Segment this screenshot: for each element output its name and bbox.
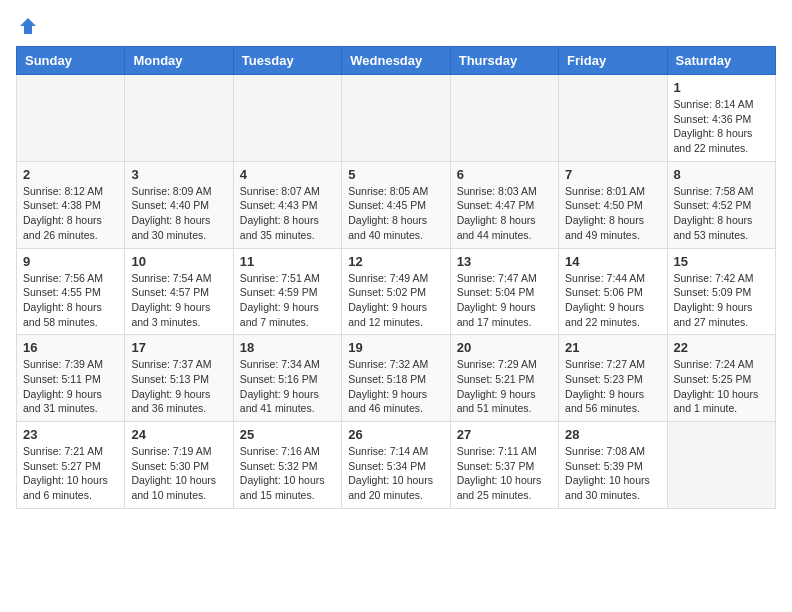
day-info: Sunrise: 7:24 AM Sunset: 5:25 PM Dayligh… (674, 357, 769, 416)
day-info: Sunrise: 7:27 AM Sunset: 5:23 PM Dayligh… (565, 357, 660, 416)
day-info: Sunrise: 8:14 AM Sunset: 4:36 PM Dayligh… (674, 97, 769, 156)
day-info: Sunrise: 7:32 AM Sunset: 5:18 PM Dayligh… (348, 357, 443, 416)
calendar-day-cell: 10Sunrise: 7:54 AM Sunset: 4:57 PM Dayli… (125, 248, 233, 335)
calendar-day-cell (450, 75, 558, 162)
calendar-day-cell: 20Sunrise: 7:29 AM Sunset: 5:21 PM Dayli… (450, 335, 558, 422)
day-info: Sunrise: 8:03 AM Sunset: 4:47 PM Dayligh… (457, 184, 552, 243)
day-info: Sunrise: 8:05 AM Sunset: 4:45 PM Dayligh… (348, 184, 443, 243)
calendar-day-cell: 18Sunrise: 7:34 AM Sunset: 5:16 PM Dayli… (233, 335, 341, 422)
day-number: 5 (348, 167, 443, 182)
calendar-day-cell: 23Sunrise: 7:21 AM Sunset: 5:27 PM Dayli… (17, 422, 125, 509)
calendar-day-cell: 27Sunrise: 7:11 AM Sunset: 5:37 PM Dayli… (450, 422, 558, 509)
calendar-week-row: 9Sunrise: 7:56 AM Sunset: 4:55 PM Daylig… (17, 248, 776, 335)
day-info: Sunrise: 7:42 AM Sunset: 5:09 PM Dayligh… (674, 271, 769, 330)
day-info: Sunrise: 8:12 AM Sunset: 4:38 PM Dayligh… (23, 184, 118, 243)
day-number: 23 (23, 427, 118, 442)
day-number: 8 (674, 167, 769, 182)
calendar-table: SundayMondayTuesdayWednesdayThursdayFrid… (16, 46, 776, 509)
day-info: Sunrise: 8:01 AM Sunset: 4:50 PM Dayligh… (565, 184, 660, 243)
day-number: 22 (674, 340, 769, 355)
calendar-day-cell: 14Sunrise: 7:44 AM Sunset: 5:06 PM Dayli… (559, 248, 667, 335)
calendar-day-cell: 17Sunrise: 7:37 AM Sunset: 5:13 PM Dayli… (125, 335, 233, 422)
day-number: 2 (23, 167, 118, 182)
calendar-body: 1Sunrise: 8:14 AM Sunset: 4:36 PM Daylig… (17, 75, 776, 509)
day-number: 13 (457, 254, 552, 269)
day-info: Sunrise: 7:39 AM Sunset: 5:11 PM Dayligh… (23, 357, 118, 416)
day-of-week-header: Sunday (17, 47, 125, 75)
calendar-day-cell: 9Sunrise: 7:56 AM Sunset: 4:55 PM Daylig… (17, 248, 125, 335)
day-of-week-header: Monday (125, 47, 233, 75)
day-info: Sunrise: 7:47 AM Sunset: 5:04 PM Dayligh… (457, 271, 552, 330)
calendar-day-cell: 2Sunrise: 8:12 AM Sunset: 4:38 PM Daylig… (17, 161, 125, 248)
day-number: 14 (565, 254, 660, 269)
calendar-day-cell: 3Sunrise: 8:09 AM Sunset: 4:40 PM Daylig… (125, 161, 233, 248)
calendar-week-row: 16Sunrise: 7:39 AM Sunset: 5:11 PM Dayli… (17, 335, 776, 422)
calendar-day-cell: 15Sunrise: 7:42 AM Sunset: 5:09 PM Dayli… (667, 248, 775, 335)
day-number: 25 (240, 427, 335, 442)
calendar-day-cell: 7Sunrise: 8:01 AM Sunset: 4:50 PM Daylig… (559, 161, 667, 248)
calendar-day-cell: 24Sunrise: 7:19 AM Sunset: 5:30 PM Dayli… (125, 422, 233, 509)
calendar-day-cell: 19Sunrise: 7:32 AM Sunset: 5:18 PM Dayli… (342, 335, 450, 422)
calendar-day-cell: 1Sunrise: 8:14 AM Sunset: 4:36 PM Daylig… (667, 75, 775, 162)
day-number: 21 (565, 340, 660, 355)
logo (16, 16, 38, 36)
day-number: 19 (348, 340, 443, 355)
day-of-week-header: Thursday (450, 47, 558, 75)
day-number: 20 (457, 340, 552, 355)
calendar-day-cell: 5Sunrise: 8:05 AM Sunset: 4:45 PM Daylig… (342, 161, 450, 248)
day-of-week-header: Friday (559, 47, 667, 75)
day-info: Sunrise: 7:56 AM Sunset: 4:55 PM Dayligh… (23, 271, 118, 330)
day-info: Sunrise: 7:44 AM Sunset: 5:06 PM Dayligh… (565, 271, 660, 330)
day-of-week-header: Saturday (667, 47, 775, 75)
day-number: 4 (240, 167, 335, 182)
day-number: 11 (240, 254, 335, 269)
calendar-day-cell: 22Sunrise: 7:24 AM Sunset: 5:25 PM Dayli… (667, 335, 775, 422)
calendar-day-cell: 6Sunrise: 8:03 AM Sunset: 4:47 PM Daylig… (450, 161, 558, 248)
day-number: 24 (131, 427, 226, 442)
page-header (16, 16, 776, 36)
day-info: Sunrise: 7:34 AM Sunset: 5:16 PM Dayligh… (240, 357, 335, 416)
day-info: Sunrise: 7:11 AM Sunset: 5:37 PM Dayligh… (457, 444, 552, 503)
calendar-header-row: SundayMondayTuesdayWednesdayThursdayFrid… (17, 47, 776, 75)
calendar-week-row: 23Sunrise: 7:21 AM Sunset: 5:27 PM Dayli… (17, 422, 776, 509)
calendar-day-cell (233, 75, 341, 162)
day-info: Sunrise: 7:29 AM Sunset: 5:21 PM Dayligh… (457, 357, 552, 416)
day-number: 26 (348, 427, 443, 442)
calendar-day-cell: 11Sunrise: 7:51 AM Sunset: 4:59 PM Dayli… (233, 248, 341, 335)
calendar-day-cell: 13Sunrise: 7:47 AM Sunset: 5:04 PM Dayli… (450, 248, 558, 335)
day-info: Sunrise: 7:51 AM Sunset: 4:59 PM Dayligh… (240, 271, 335, 330)
calendar-day-cell: 26Sunrise: 7:14 AM Sunset: 5:34 PM Dayli… (342, 422, 450, 509)
day-info: Sunrise: 7:37 AM Sunset: 5:13 PM Dayligh… (131, 357, 226, 416)
day-number: 15 (674, 254, 769, 269)
day-number: 18 (240, 340, 335, 355)
calendar-week-row: 2Sunrise: 8:12 AM Sunset: 4:38 PM Daylig… (17, 161, 776, 248)
day-number: 28 (565, 427, 660, 442)
day-number: 16 (23, 340, 118, 355)
day-number: 1 (674, 80, 769, 95)
day-info: Sunrise: 7:21 AM Sunset: 5:27 PM Dayligh… (23, 444, 118, 503)
day-number: 9 (23, 254, 118, 269)
calendar-day-cell: 12Sunrise: 7:49 AM Sunset: 5:02 PM Dayli… (342, 248, 450, 335)
svg-marker-0 (20, 18, 36, 34)
logo-icon (18, 16, 38, 36)
calendar-day-cell (667, 422, 775, 509)
calendar-week-row: 1Sunrise: 8:14 AM Sunset: 4:36 PM Daylig… (17, 75, 776, 162)
calendar-day-cell (559, 75, 667, 162)
day-info: Sunrise: 7:16 AM Sunset: 5:32 PM Dayligh… (240, 444, 335, 503)
day-number: 27 (457, 427, 552, 442)
day-info: Sunrise: 7:54 AM Sunset: 4:57 PM Dayligh… (131, 271, 226, 330)
calendar-day-cell: 21Sunrise: 7:27 AM Sunset: 5:23 PM Dayli… (559, 335, 667, 422)
day-number: 12 (348, 254, 443, 269)
calendar-day-cell: 28Sunrise: 7:08 AM Sunset: 5:39 PM Dayli… (559, 422, 667, 509)
calendar-day-cell (342, 75, 450, 162)
calendar-day-cell (125, 75, 233, 162)
calendar-day-cell: 16Sunrise: 7:39 AM Sunset: 5:11 PM Dayli… (17, 335, 125, 422)
day-info: Sunrise: 8:07 AM Sunset: 4:43 PM Dayligh… (240, 184, 335, 243)
day-info: Sunrise: 7:58 AM Sunset: 4:52 PM Dayligh… (674, 184, 769, 243)
day-of-week-header: Wednesday (342, 47, 450, 75)
day-of-week-header: Tuesday (233, 47, 341, 75)
calendar-day-cell: 8Sunrise: 7:58 AM Sunset: 4:52 PM Daylig… (667, 161, 775, 248)
day-number: 10 (131, 254, 226, 269)
day-info: Sunrise: 7:49 AM Sunset: 5:02 PM Dayligh… (348, 271, 443, 330)
day-info: Sunrise: 8:09 AM Sunset: 4:40 PM Dayligh… (131, 184, 226, 243)
